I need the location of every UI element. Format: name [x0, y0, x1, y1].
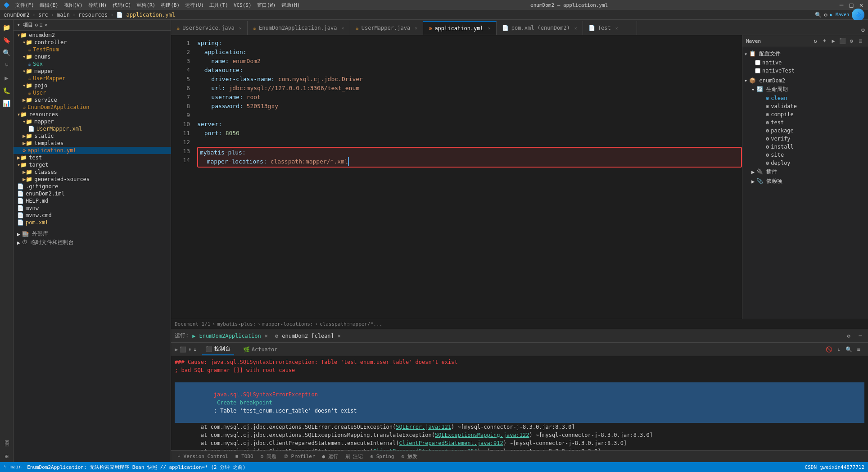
run-controls-down[interactable]: ↓ — [193, 346, 196, 353]
menu-vcs[interactable]: VCS(S) — [234, 2, 252, 8]
nav-src[interactable]: src — [38, 12, 48, 18]
tree-item[interactable]: 📄 enumDom2.iml — [14, 190, 171, 197]
search-everywhere-icon[interactable]: 🔍 — [815, 12, 822, 18]
maven-test[interactable]: ⚙ test — [757, 118, 868, 127]
maven-native[interactable]: native — [751, 59, 868, 67]
settings-icon[interactable]: ⚙ — [824, 12, 827, 18]
nav-main[interactable]: main — [57, 12, 70, 18]
tree-item[interactable]: ▾📁 enumdom2 — [14, 32, 171, 39]
maven-refresh-btn[interactable]: ↻ — [811, 37, 819, 45]
clear-console-btn[interactable]: 🚫 — [825, 345, 833, 354]
breakpoint-link[interactable]: Create breakpoint — [214, 399, 276, 406]
scroll-end-btn[interactable]: ↓ — [835, 345, 843, 354]
tab-close[interactable]: ✕ — [488, 26, 491, 31]
menu-help[interactable]: 帮助(H) — [281, 2, 300, 9]
git-icon[interactable]: ⑂ — [1, 59, 13, 71]
profile-icon[interactable]: 📊 — [1, 97, 13, 109]
exception-link[interactable]: java.sql.SQLSyntaxErrorException — [214, 391, 318, 398]
tree-collapse-icon[interactable]: ≡ — [40, 22, 43, 28]
maven-section-config[interactable]: ▾ 📋 配置文件 — [742, 49, 868, 59]
run-tab-bottom[interactable]: ● 运行 — [320, 452, 341, 461]
tab-settings-btn[interactable]: ⚙ — [858, 25, 868, 35]
tree-item[interactable]: 📄 mvnw — [14, 204, 171, 212]
menu-view[interactable]: 视图(V) — [64, 2, 83, 9]
tab-userservice[interactable]: ☕ UserService.java ✕ — [171, 21, 248, 35]
close-button[interactable]: ✕ — [858, 2, 864, 8]
native-checkbox[interactable] — [755, 60, 760, 65]
debug-icon[interactable]: 🐛 — [1, 85, 13, 96]
tree-item[interactable]: ▾📁 mapper — [14, 68, 171, 75]
menu-build[interactable]: 构建(B) — [161, 2, 180, 9]
fold-btn[interactable]: ≡ — [854, 345, 863, 354]
tab-close[interactable]: ✕ — [341, 26, 344, 31]
maven-native-test[interactable]: nativeTest — [751, 67, 868, 75]
project-icon[interactable]: 📁 — [1, 22, 13, 33]
maximize-button[interactable]: □ — [848, 2, 854, 8]
run-icon[interactable]: ▶ — [1, 72, 13, 84]
menu-refactor[interactable]: 重构(R) — [136, 2, 155, 9]
tree-item[interactable]: ▾📁 enums — [14, 53, 171, 60]
tab-pom[interactable]: 📄 pom.xml (enumDom2) ✕ — [497, 21, 583, 35]
console-tab[interactable]: ⬛ 控制台 — [202, 343, 234, 355]
tab-close[interactable]: ✕ — [574, 26, 577, 31]
maven-clean[interactable]: ⚙ clean — [757, 94, 868, 102]
maven-site[interactable]: ⚙ site — [757, 151, 868, 159]
search-icon[interactable]: 🔍 — [1, 47, 13, 59]
stack-link[interactable]: SQLError.java:121 — [396, 424, 451, 430]
profiler-tab[interactable]: ② Profiler — [281, 453, 318, 460]
menu-file[interactable]: 文件(F) — [15, 2, 34, 9]
filter-btn[interactable]: 🔍 — [845, 345, 853, 354]
trigger-tab[interactable]: ⊘ 触发 — [398, 452, 420, 461]
todo-tab[interactable]: ≡ TODO — [233, 453, 256, 460]
running-app[interactable]: EnumDom2Application — [199, 333, 261, 339]
menu-edit[interactable]: 编辑(E) — [40, 2, 59, 9]
code-editor[interactable]: spring: application: name: enumDom2 data… — [194, 35, 742, 319]
running-file[interactable]: enumDom2 [clean] — [282, 333, 334, 339]
nav-project[interactable]: enumDom2 — [4, 12, 30, 18]
maven-deploy[interactable]: ⚙ deploy — [757, 159, 868, 167]
tab-application-yml[interactable]: ⚙ application.yml ✕ — [423, 21, 497, 35]
tree-item[interactable]: 📄 HELP.md — [14, 197, 171, 204]
tab-close[interactable]: ✕ — [415, 26, 417, 31]
tree-item-service[interactable]: ▶📁 service — [14, 96, 171, 104]
tab-close[interactable]: ✕ — [615, 26, 618, 31]
tree-item[interactable]: ▾📁 resources — [14, 111, 171, 118]
native-test-checkbox[interactable] — [755, 68, 760, 73]
nav-file[interactable]: 📄 application.yml — [116, 12, 175, 18]
maven-lifecycle-section[interactable]: ▾ 🔄 生命周期 — [750, 85, 868, 94]
tab-enumdom2app[interactable]: ☕ EnumDom2Application.java ✕ — [248, 21, 350, 35]
run-controls-up[interactable]: ↑ — [188, 346, 191, 353]
bookmark-icon[interactable]: 🔖 — [1, 34, 13, 46]
tree-item-application-yml[interactable]: ⚙ application.yml — [14, 147, 171, 154]
tree-item[interactable]: ☕ User — [14, 89, 171, 96]
tree-item-target[interactable]: ▾📁 target — [14, 161, 171, 168]
bottom-settings-btn[interactable]: ⚙ — [845, 332, 853, 340]
stack-link[interactable]: ClientPreparedStatement.java:912 — [399, 440, 503, 446]
tree-item-templates[interactable]: ▶📁 templates — [14, 140, 171, 147]
tree-item[interactable]: ☕ UserMapper — [14, 75, 171, 82]
menu-window[interactable]: 窗口(W) — [257, 2, 276, 9]
menu-tools[interactable]: 工具(T) — [209, 2, 228, 9]
tab-usermapper[interactable]: ☕ UserMapper.java ✕ — [350, 21, 424, 35]
maven-collapse-btn[interactable]: ≡ — [856, 37, 864, 45]
nav-resources[interactable]: resources — [78, 12, 108, 18]
tree-item[interactable]: ▾📁 controller — [14, 39, 171, 46]
terminal-icon[interactable]: ⊞ — [1, 450, 13, 462]
menu-code[interactable]: 代码(C) — [113, 2, 131, 9]
menu-nav[interactable]: 导航(N) — [88, 2, 107, 9]
maven-install[interactable]: ⚙ install — [757, 143, 868, 151]
tree-item[interactable]: 📄 mvnw.cmd — [14, 212, 171, 219]
tree-item[interactable]: 📄 pom.xml — [14, 219, 171, 226]
maven-package[interactable]: ⚙ package — [757, 127, 868, 135]
version-control-tab[interactable]: ⑂ Version Control — [175, 453, 231, 460]
tree-item[interactable]: 📄 UserMapper.xml — [14, 125, 171, 132]
tree-item[interactable]: ▾📁 pojo — [14, 82, 171, 89]
spring-tab[interactable]: ⊛ Spring — [367, 453, 397, 460]
tree-settings-icon[interactable]: ⚙ — [35, 22, 38, 28]
maven-validate[interactable]: ⚙ validate — [757, 102, 868, 110]
tree-item[interactable]: ☕ EnumDom2Application — [14, 104, 171, 111]
maven-plugins-section[interactable]: ▶ 🔌 插件 — [750, 167, 868, 177]
database-icon[interactable]: 🗄 — [1, 438, 13, 449]
run-controls-stop[interactable]: ⬛ — [180, 346, 186, 353]
notes-tab[interactable]: 刷 注记 — [343, 452, 366, 461]
